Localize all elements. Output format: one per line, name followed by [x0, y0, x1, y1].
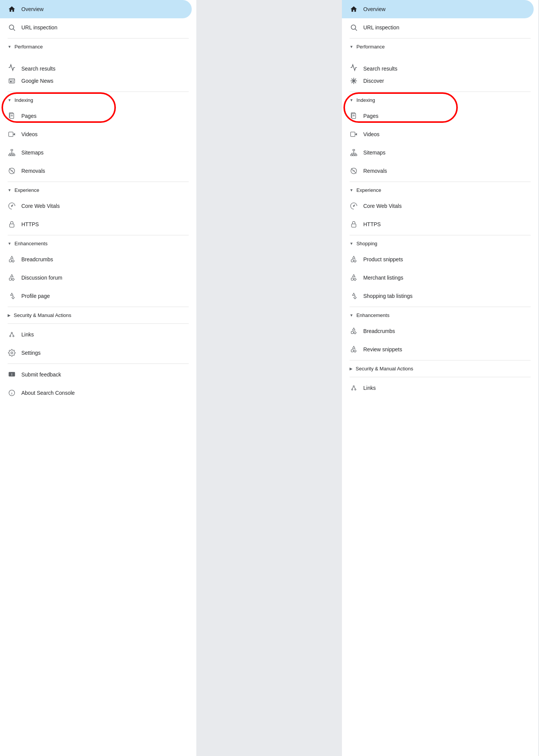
section-arrow: ▼	[8, 241, 11, 246]
sidebar-item-https[interactable]: HTTPS	[342, 215, 538, 233]
svg-point-38	[11, 352, 13, 354]
sidebar-item-search-results[interactable]: Search results	[342, 53, 538, 72]
sidebar-item-removals[interactable]: Removals	[0, 162, 196, 180]
overview-label: Overview	[363, 6, 385, 12]
svg-point-35	[11, 332, 12, 333]
right-sidebar: OverviewURL inspection ▼ Performance Sea…	[342, 0, 538, 756]
section-label: Experience	[356, 187, 381, 193]
sidebar-item-submit-feedback[interactable]: !Submit feedback	[0, 365, 196, 384]
url-inspection-label: URL inspection	[21, 24, 57, 31]
svg-marker-77	[354, 331, 356, 334]
svg-marker-55	[355, 133, 357, 136]
sidebar-item-sitemaps[interactable]: Sitemaps	[342, 143, 538, 162]
svg-point-44	[351, 25, 356, 29]
removals-label: Removals	[21, 168, 45, 174]
sidebar-item-breadcrumbs[interactable]: Breadcrumbs	[0, 250, 196, 269]
divider-divider2	[8, 92, 189, 92]
section-header-indexing-header[interactable]: ▼ Indexing	[0, 93, 196, 107]
sidebar-item-videos[interactable]: Videos	[0, 125, 196, 143]
sidebar-item-core-web-vitals[interactable]: Core Web Vitals	[342, 197, 538, 215]
section-label: Enhancements	[356, 312, 390, 318]
section-header-performance-header[interactable]: ▼ Performance	[342, 40, 538, 53]
sidebar-item-overview[interactable]: Overview	[0, 0, 192, 18]
svg-marker-12	[13, 133, 15, 136]
svg-line-83	[352, 387, 353, 389]
sidebar-item-removals[interactable]: Removals	[342, 162, 538, 180]
section-header-enhancements-header[interactable]: ▼ Enhancements	[0, 237, 196, 250]
sidebar-item-links[interactable]: Links	[342, 379, 538, 397]
sidebar-item-review-snippets[interactable]: Review snippets	[342, 340, 538, 359]
svg-rect-73	[351, 278, 353, 280]
svg-rect-54	[351, 132, 355, 137]
lock-icon	[350, 220, 358, 228]
section-header-experience-header[interactable]: ▼ Experience	[342, 183, 538, 197]
schema-icon	[8, 273, 16, 282]
svg-line-45	[355, 29, 357, 31]
sidebar-item-overview[interactable]: Overview	[342, 0, 534, 18]
svg-line-37	[12, 334, 13, 336]
sidebar-item-settings[interactable]: Settings	[0, 344, 196, 362]
sidebar-item-discussion-forum[interactable]: Discussion forum	[0, 269, 196, 287]
settings-icon	[8, 349, 16, 357]
divider-divider6	[8, 323, 189, 324]
svg-rect-16	[13, 154, 15, 156]
section-arrow: ▼	[350, 313, 353, 317]
svg-point-0	[9, 25, 14, 29]
sidebar-item-google-news[interactable]: Google News	[0, 72, 196, 90]
url-inspection-label: URL inspection	[363, 24, 399, 31]
sidebar-item-https[interactable]: HTTPS	[0, 215, 196, 233]
svg-point-69	[353, 206, 355, 207]
svg-rect-78	[351, 350, 353, 352]
svg-line-84	[354, 387, 355, 389]
links-label: Links	[363, 385, 376, 391]
sidebar-item-search-results[interactable]: Search results	[0, 53, 196, 72]
svg-marker-74	[354, 278, 356, 281]
schema-icon	[350, 345, 358, 354]
section-arrow: ▼	[350, 98, 353, 102]
svg-point-81	[355, 389, 356, 390]
section-header-security-header[interactable]: ▶ Security & Manual Actions	[0, 309, 196, 322]
sidebar-item-profile-page[interactable]: Profile page	[0, 287, 196, 305]
svg-line-36	[10, 334, 11, 336]
section-arrow: ▼	[350, 188, 353, 192]
svg-marker-31	[12, 278, 14, 281]
product-snippets-label: Product snippets	[363, 256, 403, 262]
section-header-shopping-header[interactable]: ▼ Shopping	[342, 237, 538, 250]
svg-rect-71	[351, 260, 353, 262]
sidebar-item-links[interactable]: Links	[0, 325, 196, 344]
section-header-enhancements-header[interactable]: ▼ Enhancements	[342, 309, 538, 322]
sidebar-item-url-inspection[interactable]: URL inspection	[0, 18, 196, 37]
sidebar-item-url-inspection[interactable]: URL inspection	[342, 18, 538, 37]
sidebar-item-core-web-vitals[interactable]: Core Web Vitals	[0, 197, 196, 215]
pages-label: Pages	[21, 113, 37, 119]
speedometer-icon	[350, 202, 358, 210]
sidebar-item-about[interactable]: About Search Console	[0, 384, 196, 402]
links-icon	[350, 384, 358, 392]
divider-divider1	[8, 38, 189, 39]
sidebar-item-pages[interactable]: Pages	[0, 107, 196, 125]
profile-page-label: Profile page	[21, 293, 50, 299]
sidebar-item-breadcrumbs[interactable]: Breadcrumbs	[342, 322, 538, 340]
sidebar-item-discover[interactable]: Discover	[342, 72, 538, 90]
search-results-label: Search results	[363, 66, 397, 72]
sitemaps-icon	[8, 148, 16, 157]
discover-label: Discover	[363, 78, 384, 84]
sidebar-item-shopping-tab[interactable]: Shopping tab listings	[342, 287, 538, 305]
section-header-indexing-header[interactable]: ▼ Indexing	[342, 93, 538, 107]
divider-divider5	[8, 307, 189, 307]
section-header-experience-header[interactable]: ▼ Experience	[0, 183, 196, 197]
svg-rect-2	[9, 79, 15, 83]
section-header-performance-header[interactable]: ▼ Performance	[0, 40, 196, 53]
videos-label: Videos	[21, 131, 38, 137]
sidebar-item-videos[interactable]: Videos	[342, 125, 538, 143]
sidebar-item-product-snippets[interactable]: Product snippets	[342, 250, 538, 269]
schema-outline-icon	[350, 292, 358, 300]
search-icon	[8, 23, 16, 32]
sidebar-item-sitemaps[interactable]: Sitemaps	[0, 143, 196, 162]
section-arrow: ▼	[350, 241, 353, 246]
sidebar-item-pages[interactable]: Pages	[342, 107, 538, 125]
section-header-security-header[interactable]: ▶ Security & Manual Actions	[342, 362, 538, 375]
sidebar-item-merchant-listings[interactable]: Merchant listings	[342, 269, 538, 287]
svg-rect-4	[10, 81, 11, 82]
svg-point-34	[13, 336, 14, 337]
